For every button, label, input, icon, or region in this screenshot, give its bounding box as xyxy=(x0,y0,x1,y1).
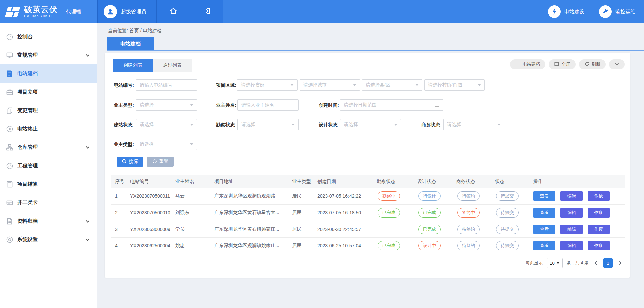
stations-table: 序号 电站编号 业主姓名 项目地址 业主类型 创建日期 勘察状态 设计状态 商务… xyxy=(111,175,625,254)
prev-page-button[interactable] xyxy=(592,258,600,268)
tab-create-list[interactable]: 创建列表 xyxy=(113,59,153,72)
create-station-button[interactable]: 电站建档 xyxy=(510,59,545,69)
user-menu[interactable]: 超级管理员 xyxy=(97,0,156,23)
edit-button[interactable]: 编辑 xyxy=(560,191,583,201)
home-icon xyxy=(169,7,177,16)
page-tab-strip: 电站建档 xyxy=(107,37,644,51)
page-size-select[interactable]: 10 xyxy=(547,258,563,268)
reset-icon xyxy=(152,159,157,165)
caret-down-icon xyxy=(290,84,294,86)
owner-type-select[interactable]: 请选择 xyxy=(136,99,197,111)
calendar-icon xyxy=(434,102,440,108)
col-address: 项目地址 xyxy=(210,175,288,188)
document-icon xyxy=(6,70,13,77)
sidebar-item-station-archive[interactable]: 电站建档 xyxy=(0,64,97,83)
sidebar-item-console[interactable]: 控制台 xyxy=(0,27,97,46)
current-page[interactable]: 1 xyxy=(603,258,613,268)
edit-button[interactable]: 编辑 xyxy=(560,225,583,234)
caret-down-icon xyxy=(190,124,193,126)
home-button[interactable] xyxy=(156,0,190,23)
create-time-label: 创建时间: xyxy=(313,99,339,111)
next-page-button[interactable] xyxy=(616,258,624,268)
void-button[interactable]: 作废 xyxy=(588,208,610,218)
region-label: 项目区域: xyxy=(210,79,236,91)
tab-passed-list[interactable]: 通过列表 xyxy=(153,59,192,72)
col-business: 商务状态 xyxy=(452,175,491,188)
card-toolbar: 电站建档 全屏 刷新 xyxy=(510,59,625,69)
search-button[interactable]: 搜索 xyxy=(117,157,143,167)
col-design: 设计状态 xyxy=(413,175,452,188)
status-badge: 待签约 xyxy=(457,225,480,234)
owner-type2-select[interactable]: 请选择 xyxy=(136,139,197,150)
province-select[interactable]: 请选择省份 xyxy=(237,79,298,91)
status-badge: 待提交 xyxy=(496,241,519,250)
fullscreen-icon xyxy=(554,61,559,68)
topnav: 电站建设 监控运维 xyxy=(548,5,644,18)
status-badge: 待设计 xyxy=(418,191,441,201)
chevron-down-icon xyxy=(85,53,90,58)
sidebar-item-project-settlement[interactable]: 项目结算 xyxy=(0,175,97,193)
briefcase-icon xyxy=(6,88,13,96)
refresh-button[interactable]: 刷新 xyxy=(579,59,606,69)
edit-button[interactable]: 编辑 xyxy=(560,241,583,250)
business-status-select[interactable]: 请选择 xyxy=(443,119,504,130)
void-button[interactable]: 作废 xyxy=(588,241,610,250)
breadcrumb: 当前位置: 首页 / 电站建档 xyxy=(108,28,161,34)
city-select[interactable]: 请选择城市 xyxy=(300,79,360,91)
col-status: 状态 xyxy=(491,175,529,188)
logout-button[interactable] xyxy=(190,0,223,23)
reset-button[interactable]: 重置 xyxy=(147,157,174,167)
build-status-select[interactable]: 请选择 xyxy=(136,119,197,130)
sidebar-item-open-type2-card[interactable]: 开二类卡 xyxy=(0,193,97,212)
sitemap-icon xyxy=(6,144,13,151)
station-no-input[interactable] xyxy=(136,80,197,90)
gauge-icon xyxy=(6,33,13,41)
topbar: 破茧云伏 Po Jian Yun Fu 代理端 超级管理员 xyxy=(0,0,644,23)
chevron-down-icon xyxy=(85,145,90,150)
sidebar-item-change-mgmt[interactable]: 变更管理 xyxy=(0,101,97,120)
col-no: 序号 xyxy=(111,175,126,188)
logout-icon xyxy=(203,7,211,16)
sidebar-item-general-mgmt[interactable]: 常规管理 xyxy=(0,46,97,64)
collapse-toolbar-button[interactable] xyxy=(609,59,625,69)
void-button[interactable]: 作废 xyxy=(588,191,610,201)
edit-button[interactable]: 编辑 xyxy=(560,208,583,218)
col-created: 创建日期 xyxy=(313,175,372,188)
meter-icon xyxy=(6,162,13,170)
page-tab-station-archive[interactable]: 电站建档 xyxy=(107,37,154,50)
sidebar-item-data-archive[interactable]: 资料归档 xyxy=(0,212,97,230)
brand: 破茧云伏 Po Jian Yun Fu 代理端 xyxy=(0,0,97,23)
col-type: 业主类型 xyxy=(288,175,313,188)
void-button[interactable]: 作废 xyxy=(588,225,610,234)
caret-down-icon xyxy=(394,124,397,126)
sidebar-item-warehouse-mgmt[interactable]: 仓库管理 xyxy=(0,138,97,157)
village-select[interactable]: 请选择村镇/街道 xyxy=(424,79,485,91)
owner-type2-label: 业主类型: xyxy=(108,139,134,150)
view-button[interactable]: 查看 xyxy=(533,208,555,218)
station-no-input-wrap xyxy=(136,79,197,91)
view-button[interactable]: 查看 xyxy=(533,225,555,234)
county-select[interactable]: 请选择县/区 xyxy=(362,79,422,91)
sidebar-item-system-settings[interactable]: 系统设置 xyxy=(0,230,97,249)
col-owner: 业主姓名 xyxy=(171,175,210,188)
topnav-item-monitor[interactable]: 监控运维 xyxy=(599,5,635,18)
owner-name-input[interactable] xyxy=(238,100,298,110)
date-range-picker[interactable]: 请选择日期范围 xyxy=(340,99,443,111)
view-button[interactable]: 查看 xyxy=(533,191,555,201)
survey-status-select[interactable]: 请选择 xyxy=(237,119,299,130)
status-badge: 已完成 xyxy=(378,208,400,218)
sidebar-item-station-termination[interactable]: 电站终止 xyxy=(0,120,97,138)
topnav-item-build[interactable]: 电站建设 xyxy=(548,5,584,18)
sidebar-item-project-initiation[interactable]: 项目立项 xyxy=(0,83,97,101)
view-button[interactable]: 查看 xyxy=(533,241,555,250)
brand-logo-icon xyxy=(5,7,21,17)
fullscreen-button[interactable]: 全屏 xyxy=(549,59,576,69)
sidebar-item-engineering-mgmt[interactable]: 工程管理 xyxy=(0,157,97,175)
col-code: 电站编号 xyxy=(126,175,171,188)
caret-down-icon xyxy=(291,124,295,126)
design-status-select[interactable]: 请选择 xyxy=(340,119,401,130)
status-badge: 待提交 xyxy=(496,208,519,218)
list-card: 创建列表 通过列表 电站建档 全屏 刷新 xyxy=(105,53,630,278)
col-survey: 勘察状态 xyxy=(372,175,413,188)
user-name: 超级管理员 xyxy=(121,9,146,15)
